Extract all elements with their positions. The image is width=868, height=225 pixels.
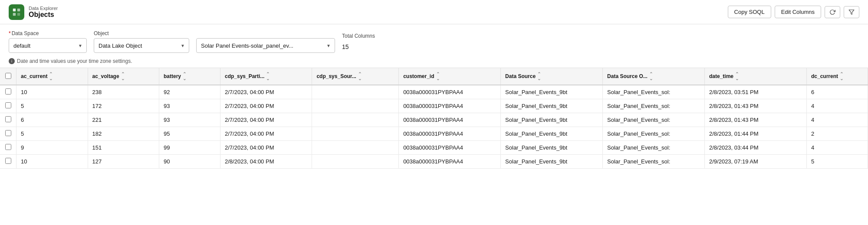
col-header-cdp-sour[interactable]: cdp_sys_Sour... ⌃⌄ (312, 68, 399, 85)
cell-cdp_sys_sour (312, 141, 399, 155)
data-space-select-wrapper: default ▼ (9, 38, 87, 53)
table-header-row: ac_current ⌃⌄ ac_voltage ⌃⌄ battery ⌃⌄ (0, 68, 868, 85)
sort-icon-data-source-o: ⌃⌄ (649, 72, 653, 81)
table-row: 10127902/8/2023, 04:00 PM0038a000031PYBP… (0, 155, 868, 169)
cell-cdp_sys_sour (312, 127, 399, 141)
app-header: Data Explorer Objects Copy SOQL Edit Col… (0, 0, 868, 24)
row-checkbox-cell (0, 99, 16, 113)
col-header-ac-voltage[interactable]: ac_voltage ⌃⌄ (88, 68, 159, 85)
col-header-data-source[interactable]: Data Source ⌃⌄ (501, 68, 603, 85)
cell-ac_current: 10 (16, 85, 88, 99)
cell-ac_current: 5 (16, 127, 88, 141)
cell-dc_current: 5 (806, 155, 868, 169)
table-row: 6221932/7/2023, 04:00 PM0038a000031PYBPA… (0, 113, 868, 127)
total-columns-group: Total Columns 15 (342, 33, 375, 53)
svg-rect-1 (17, 8, 20, 11)
sort-icon-data-source: ⌃⌄ (537, 72, 541, 81)
cell-dc_current: 2 (806, 127, 868, 141)
row-checkbox-cell (0, 155, 16, 169)
cell-date_time: 2/8/2023, 01:43 PM (705, 113, 807, 127)
sort-icon-customer-id: ⌃⌄ (436, 72, 440, 81)
refresh-button[interactable] (825, 6, 840, 18)
cell-cdp_sys_parti: 2/7/2023, 04:00 PM (220, 99, 312, 113)
object-detail-select[interactable]: Solar Panel Events-solar_panel_ev... (196, 38, 335, 53)
cell-data_source: Solar_Panel_Events_9bt (501, 155, 603, 169)
col-header-data-source-o[interactable]: Data Source O... ⌃⌄ (603, 68, 705, 85)
col-header-dc-current[interactable]: dc_current ⌃⌄ (806, 68, 868, 85)
row-4-checkbox[interactable] (5, 144, 11, 150)
cell-ac_current: 6 (16, 113, 88, 127)
object-select[interactable]: Data Lake Object (94, 38, 189, 53)
refresh-icon (829, 9, 835, 15)
cell-battery: 99 (159, 141, 220, 155)
page-title: Objects (29, 11, 58, 19)
sort-icon-dc-current: ⌃⌄ (840, 72, 843, 81)
table-row: 10238922/7/2023, 04:00 PM0038a000031PYBP… (0, 85, 868, 99)
info-message: Date and time values use your time zone … (17, 58, 132, 64)
col-header-battery[interactable]: battery ⌃⌄ (159, 68, 220, 85)
svg-rect-2 (13, 13, 16, 15)
data-space-group: *Data Space default ▼ (9, 30, 87, 53)
total-columns-value: 15 (342, 41, 375, 53)
cell-data_source: Solar_Panel_Events_9bt (501, 141, 603, 155)
row-1-checkbox[interactable] (5, 102, 11, 108)
cell-data_source_o: Solar_Panel_Events_sol: (603, 141, 705, 155)
cell-dc_current: 4 (806, 113, 868, 127)
row-5-checkbox[interactable] (5, 158, 11, 164)
table-row: 9151992/7/2023, 04:00 PM0038a000031PYBPA… (0, 141, 868, 155)
cell-battery: 95 (159, 127, 220, 141)
info-bar: i Date and time values use your time zon… (0, 56, 868, 68)
cell-data_source_o: Solar_Panel_Events_sol: (603, 99, 705, 113)
object-label: Object (94, 30, 189, 36)
object-select-wrapper: Data Lake Object ▼ (94, 38, 189, 53)
cell-customer_id: 0038a000031PYBPAA4 (399, 113, 501, 127)
filter-button[interactable] (844, 6, 859, 18)
cell-data_source: Solar_Panel_Events_9bt (501, 99, 603, 113)
cell-cdp_sys_sour (312, 99, 399, 113)
select-all-checkbox[interactable] (5, 73, 11, 79)
row-3-checkbox[interactable] (5, 130, 11, 136)
cell-cdp_sys_parti: 2/7/2023, 04:00 PM (220, 85, 312, 99)
data-space-select[interactable]: default (9, 38, 87, 53)
col-header-cdp-parti[interactable]: cdp_sys_Parti... ⌃⌄ (220, 68, 312, 85)
col-header-ac-current[interactable]: ac_current ⌃⌄ (16, 68, 88, 85)
cell-battery: 92 (159, 85, 220, 99)
cell-cdp_sys_parti: 2/7/2023, 04:00 PM (220, 113, 312, 127)
cell-data_source: Solar_Panel_Events_9bt (501, 127, 603, 141)
col-header-date-time[interactable]: date_time ⌃⌄ (705, 68, 807, 85)
table-row: 5182952/7/2023, 04:00 PM0038a000031PYBPA… (0, 127, 868, 141)
header-actions: Copy SOQL Edit Columns (728, 6, 859, 18)
cell-battery: 93 (159, 113, 220, 127)
cell-cdp_sys_sour (312, 155, 399, 169)
cell-dc_current: 4 (806, 141, 868, 155)
row-2-checkbox[interactable] (5, 116, 11, 122)
app-title-group: Data Explorer Objects (9, 4, 58, 20)
info-icon: i (9, 58, 15, 64)
row-checkbox-cell (0, 141, 16, 155)
cell-customer_id: 0038a000031PYBPAA4 (399, 99, 501, 113)
edit-columns-button[interactable]: Edit Columns (775, 6, 821, 18)
cell-date_time: 2/9/2023, 07:19 AM (705, 155, 807, 169)
col-header-customer-id[interactable]: customer_id ⌃⌄ (399, 68, 501, 85)
sort-icon-date-time: ⌃⌄ (735, 72, 739, 81)
header-checkbox-cell (0, 68, 16, 85)
cell-ac_current: 9 (16, 141, 88, 155)
cell-customer_id: 0038a000031PYBPAA4 (399, 85, 501, 99)
cell-data_source_o: Solar_Panel_Events_sol: (603, 113, 705, 127)
cell-data_source: Solar_Panel_Events_9bt (501, 85, 603, 99)
copy-soql-button[interactable]: Copy SOQL (728, 6, 771, 18)
cell-ac_voltage: 182 (88, 127, 159, 141)
cell-data_source_o: Solar_Panel_Events_sol: (603, 155, 705, 169)
cell-customer_id: 0038a000031PYBPAA4 (399, 141, 501, 155)
cell-ac_current: 10 (16, 155, 88, 169)
app-name: Data Explorer (29, 6, 58, 11)
row-0-checkbox[interactable] (5, 88, 11, 95)
cell-ac_voltage: 172 (88, 99, 159, 113)
sort-icon-ac-voltage: ⌃⌄ (121, 72, 125, 81)
cell-ac_current: 5 (16, 99, 88, 113)
cell-date_time: 2/8/2023, 01:44 PM (705, 127, 807, 141)
sort-icon-cdp-parti: ⌃⌄ (266, 72, 270, 81)
cell-date_time: 2/8/2023, 03:44 PM (705, 141, 807, 155)
cell-ac_voltage: 238 (88, 85, 159, 99)
svg-marker-4 (849, 10, 854, 14)
